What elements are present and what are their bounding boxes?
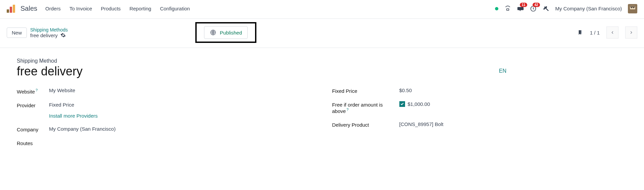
install-more-providers-link[interactable]: Install more Providers xyxy=(49,113,98,119)
nav-products[interactable]: Products xyxy=(101,6,120,11)
topbar-right: 11 42 My Company (San Francisco) xyxy=(495,4,637,13)
website-label: Website? xyxy=(17,87,49,94)
activities-icon[interactable]: 42 xyxy=(530,5,537,12)
nav-configuration[interactable]: Configuration xyxy=(160,6,190,11)
gear-icon[interactable] xyxy=(60,33,66,38)
breadcrumb-parent[interactable]: Shipping Methods xyxy=(30,27,68,33)
nav-to-invoice[interactable]: To Invoice xyxy=(69,6,92,11)
company-label: Company xyxy=(17,126,49,132)
app-logo xyxy=(7,5,16,13)
free-if-value[interactable]: $1,000.00 xyxy=(408,101,430,107)
user-avatar[interactable] xyxy=(628,4,637,13)
help-icon[interactable]: ? xyxy=(346,108,348,112)
messages-badge: 11 xyxy=(520,3,527,7)
provider-label: Provider xyxy=(17,102,49,108)
free-if-label: Free if order amount is above? xyxy=(332,101,399,114)
fixed-price-label: Fixed Price xyxy=(332,87,399,94)
published-button[interactable]: Published xyxy=(204,26,248,39)
published-label: Published xyxy=(220,30,242,36)
globe-icon xyxy=(210,29,216,36)
connection-status-dot xyxy=(495,7,498,10)
provider-value[interactable]: Fixed Price xyxy=(49,102,98,108)
help-icon[interactable]: ? xyxy=(36,88,38,92)
form-content: Shipping Method free delivery EN Website… xyxy=(0,48,644,164)
company-selector[interactable]: My Company (San Francisco) xyxy=(555,6,622,11)
activities-badge: 42 xyxy=(533,3,540,7)
right-column: Fixed Price $0.50 Free if order amount i… xyxy=(332,87,628,153)
title-field[interactable]: free delivery xyxy=(17,65,499,78)
tools-icon[interactable] xyxy=(543,5,549,12)
svg-rect-0 xyxy=(506,9,509,10)
delivery-product-label: Delivery Product xyxy=(332,121,399,128)
nav-orders[interactable]: Orders xyxy=(45,6,61,11)
breadcrumb-current: free delivery xyxy=(30,33,58,38)
control-panel: New Shipping Methods free delivery Publi… xyxy=(0,19,644,48)
section-label: Shipping Method xyxy=(17,58,499,64)
left-column: Website? My Website Provider Fixed Price… xyxy=(17,87,312,153)
bookmark-icon[interactable] xyxy=(577,29,583,36)
lang-badge[interactable]: EN xyxy=(499,68,506,74)
routes-label: Routes xyxy=(17,140,49,146)
messages-icon[interactable]: 11 xyxy=(517,5,524,12)
svg-rect-6 xyxy=(630,6,635,7)
free-if-checkbox[interactable] xyxy=(399,101,405,107)
subbar-right: 1 / 1 xyxy=(577,26,637,39)
delivery-product-value[interactable]: [CONS_89957] Bolt xyxy=(399,121,444,127)
pager-next[interactable] xyxy=(625,26,637,39)
new-button[interactable]: New xyxy=(7,27,27,38)
nav-reporting[interactable]: Reporting xyxy=(130,6,151,11)
pager-text: 1 / 1 xyxy=(590,30,600,36)
website-value[interactable]: My Website xyxy=(49,87,75,93)
top-navbar: Sales Orders To Invoice Products Reporti… xyxy=(0,0,644,19)
pager-prev[interactable] xyxy=(606,26,618,39)
app-name[interactable]: Sales xyxy=(20,5,37,12)
fixed-price-value[interactable]: $0.50 xyxy=(399,87,412,93)
phone-icon[interactable] xyxy=(504,5,511,12)
nav-menu: Orders To Invoice Products Reporting Con… xyxy=(45,6,190,11)
company-value[interactable]: My Company (San Francisco) xyxy=(49,126,115,132)
breadcrumb: Shipping Methods free delivery xyxy=(30,27,68,38)
highlight-box: Published xyxy=(195,22,256,43)
